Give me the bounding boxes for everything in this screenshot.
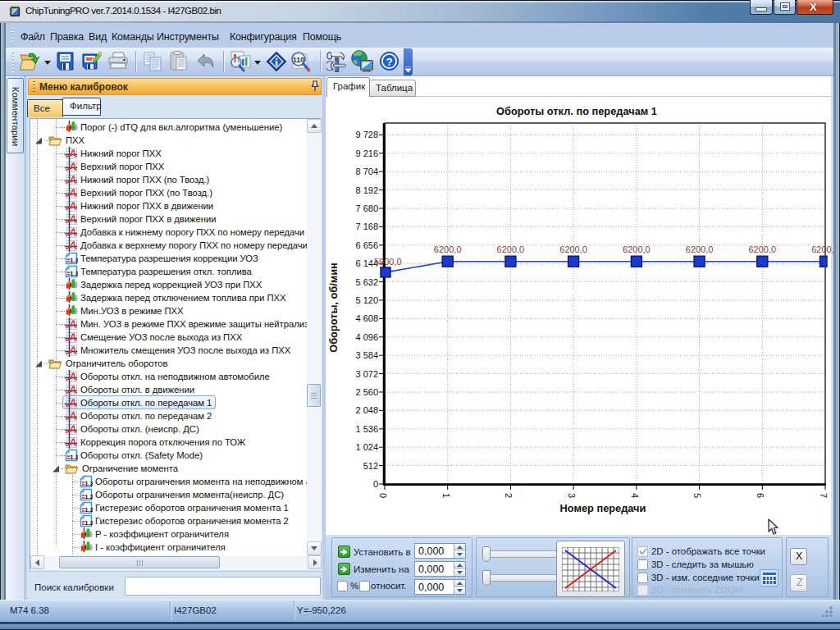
svg-text:5900,0: 5900,0 bbox=[374, 257, 402, 267]
svg-text:4: 4 bbox=[630, 493, 640, 498]
svg-text:6 656: 6 656 bbox=[355, 240, 378, 250]
svg-text:6200,0: 6200,0 bbox=[811, 244, 833, 254]
svg-text:1 024: 1 024 bbox=[355, 442, 378, 452]
svg-text:1 536: 1 536 bbox=[355, 424, 378, 434]
svg-text:8 704: 8 704 bbox=[355, 167, 378, 176]
svg-text:3: 3 bbox=[567, 493, 577, 498]
svg-text:5 120: 5 120 bbox=[355, 295, 378, 305]
svg-text:0: 0 bbox=[373, 479, 378, 489]
svg-text:9 216: 9 216 bbox=[355, 148, 378, 158]
svg-text:Обороты, об/мин: Обороты, об/мин bbox=[327, 262, 340, 353]
svg-text:110: 110 bbox=[293, 56, 305, 64]
svg-text:0: 0 bbox=[378, 493, 388, 498]
svg-text:2: 2 bbox=[504, 493, 514, 498]
svg-text:?: ? bbox=[386, 56, 392, 68]
svg-text:Номер передачи: Номер передачи bbox=[560, 502, 646, 514]
svg-text:7 680: 7 680 bbox=[355, 203, 378, 213]
svg-text:6200,0: 6200,0 bbox=[559, 244, 587, 254]
svg-text:6200,0: 6200,0 bbox=[434, 244, 462, 254]
svg-text:6200,0: 6200,0 bbox=[686, 244, 714, 254]
svg-text:6200,0: 6200,0 bbox=[497, 244, 525, 254]
svg-text:3 072: 3 072 bbox=[355, 369, 378, 379]
svg-text:6200,0: 6200,0 bbox=[623, 244, 651, 254]
svg-text:4 096: 4 096 bbox=[355, 332, 378, 342]
svg-text:512: 512 bbox=[363, 461, 378, 471]
svg-text:i: i bbox=[275, 56, 278, 68]
svg-text:Обороты откл. по передачам 1: Обороты откл. по передачам 1 bbox=[496, 105, 657, 117]
svg-text:9 728: 9 728 bbox=[355, 130, 378, 139]
svg-text:6200,0: 6200,0 bbox=[748, 244, 776, 254]
svg-text:5 632: 5 632 bbox=[355, 277, 378, 287]
svg-text:7 168: 7 168 bbox=[355, 221, 378, 231]
svg-text:6: 6 bbox=[756, 493, 765, 498]
svg-text:7: 7 bbox=[819, 493, 829, 498]
svg-text:2 560: 2 560 bbox=[355, 387, 378, 397]
svg-text:4 608: 4 608 bbox=[355, 313, 378, 323]
svg-text:1: 1 bbox=[441, 493, 451, 498]
svg-text:3 584: 3 584 bbox=[355, 350, 378, 360]
svg-text:8 192: 8 192 bbox=[355, 185, 378, 195]
svg-text:5: 5 bbox=[692, 493, 702, 498]
svg-text:2 048: 2 048 bbox=[355, 405, 378, 415]
